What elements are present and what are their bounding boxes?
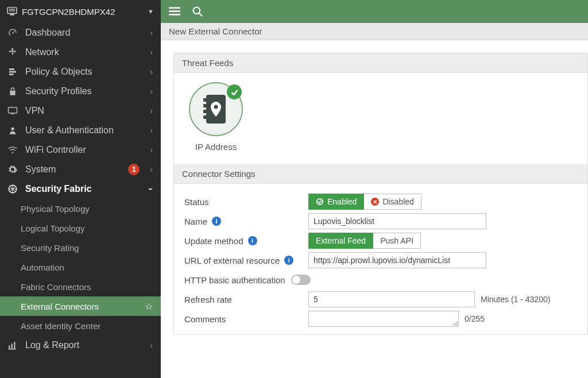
section-threat-feeds-header: Threat Feeds bbox=[174, 53, 587, 73]
page-title: New External Connector bbox=[169, 26, 262, 36]
nav-dashboard[interactable]: Dashboard › bbox=[0, 23, 161, 43]
refresh-rate-label: Refresh rate bbox=[184, 295, 232, 304]
top-bar bbox=[161, 0, 588, 23]
section-connector-settings-body: Status Enabled ✕ Disabled bbox=[174, 184, 587, 334]
http-basic-auth-label: HTTP basic authentication bbox=[184, 275, 285, 285]
caret-down-icon: ▼ bbox=[148, 8, 154, 15]
favorite-star-icon[interactable]: ☆ bbox=[145, 301, 153, 312]
user-icon bbox=[7, 125, 18, 136]
chevron-right-icon: › bbox=[150, 28, 153, 37]
nav-system[interactable]: System 1 › bbox=[0, 160, 161, 179]
svg-rect-2 bbox=[9, 10, 16, 11]
svg-point-16 bbox=[194, 7, 200, 14]
svg-rect-1 bbox=[9, 9, 16, 10]
svg-rect-9 bbox=[9, 345, 10, 349]
nav-automation[interactable]: Automation bbox=[0, 257, 161, 277]
nav-policy-objects[interactable]: Policy & Objects › bbox=[0, 62, 161, 82]
nav-network[interactable]: Network › bbox=[0, 43, 161, 62]
svg-rect-5 bbox=[11, 114, 14, 115]
comments-input[interactable] bbox=[308, 311, 459, 327]
status-label: Status bbox=[184, 197, 209, 207]
svg-rect-10 bbox=[11, 344, 13, 349]
chevron-right-icon: › bbox=[150, 341, 153, 350]
check-icon bbox=[227, 84, 242, 99]
nav-wifi[interactable]: WiFi Controller › bbox=[0, 140, 161, 160]
gauge-icon bbox=[7, 28, 18, 38]
system-badge: 1 bbox=[128, 164, 140, 175]
url-label: URL of external resource bbox=[184, 256, 280, 265]
nav-log-report[interactable]: Log & Report › bbox=[0, 335, 161, 355]
sidebar: FGTGCPN2BHDMPX42 ▼ Dashboard › Network ›… bbox=[0, 0, 161, 378]
update-method-segmented: External Feed Push API bbox=[308, 233, 421, 249]
form-panel: Threat Feeds IP Address Connector Settin… bbox=[173, 53, 588, 335]
status-enabled-button[interactable]: Enabled bbox=[308, 194, 364, 210]
url-input[interactable] bbox=[308, 252, 486, 268]
name-label: Name bbox=[184, 217, 207, 226]
nav-physical-topology[interactable]: Physical Topology bbox=[0, 199, 161, 218]
chevron-right-icon: › bbox=[150, 145, 153, 155]
status-segmented: Enabled ✕ Disabled bbox=[308, 194, 421, 210]
comments-label: Comments bbox=[184, 314, 226, 324]
chevron-right-icon: › bbox=[150, 126, 153, 135]
info-icon[interactable]: i bbox=[284, 256, 293, 265]
arrows-icon bbox=[7, 47, 18, 57]
update-push-api-button[interactable]: Push API bbox=[373, 233, 421, 249]
connector-type-ip-address[interactable]: IP Address bbox=[184, 82, 247, 152]
chart-icon bbox=[7, 341, 18, 350]
nav-security-fabric[interactable]: Security Fabric › bbox=[0, 179, 161, 199]
nav-security-rating[interactable]: Security Rating bbox=[0, 238, 161, 257]
chevron-right-icon: › bbox=[150, 87, 153, 96]
info-icon[interactable]: i bbox=[212, 217, 221, 226]
svg-rect-13 bbox=[169, 7, 180, 9]
breadcrumb: New External Connector bbox=[161, 23, 588, 40]
info-icon[interactable]: i bbox=[248, 236, 257, 245]
svg-point-6 bbox=[11, 128, 14, 130]
monitor-icon bbox=[7, 106, 18, 115]
search-icon[interactable] bbox=[192, 6, 203, 17]
svg-point-23 bbox=[214, 105, 218, 109]
svg-point-24 bbox=[317, 199, 323, 205]
chevron-right-icon: › bbox=[150, 48, 153, 57]
svg-rect-21 bbox=[203, 110, 207, 113]
fabric-icon bbox=[7, 184, 18, 194]
x-circle-icon: ✕ bbox=[371, 198, 379, 206]
comments-counter: 0/255 bbox=[465, 314, 485, 323]
wifi-icon bbox=[7, 146, 18, 154]
nav-logical-topology[interactable]: Logical Topology bbox=[0, 218, 161, 238]
svg-rect-12 bbox=[9, 349, 17, 350]
update-external-feed-button[interactable]: External Feed bbox=[308, 233, 373, 249]
nav-fabric-connectors[interactable]: Fabric Connectors bbox=[0, 277, 161, 296]
policy-icon bbox=[7, 67, 18, 77]
refresh-rate-hint: Minutes (1 - 43200) bbox=[481, 295, 550, 304]
refresh-rate-input[interactable] bbox=[308, 291, 475, 307]
svg-rect-14 bbox=[169, 10, 180, 11]
main-area: New External Connector Threat Feeds IP A… bbox=[161, 0, 588, 378]
status-disabled-button[interactable]: ✕ Disabled bbox=[364, 194, 421, 210]
device-selector[interactable]: FGTGCPN2BHDMPX42 ▼ bbox=[0, 0, 161, 23]
device-name: FGTGCPN2BHDMPX42 bbox=[22, 7, 115, 17]
svg-rect-4 bbox=[9, 107, 17, 113]
chevron-right-icon: › bbox=[150, 106, 153, 115]
svg-rect-22 bbox=[203, 115, 207, 119]
ip-address-tile-icon bbox=[189, 82, 243, 136]
chevron-right-icon: › bbox=[150, 67, 153, 76]
svg-rect-0 bbox=[7, 7, 17, 14]
nav-vpn[interactable]: VPN › bbox=[0, 101, 161, 121]
svg-rect-15 bbox=[169, 14, 180, 16]
http-basic-auth-toggle[interactable] bbox=[291, 275, 311, 285]
nav-asset-identity-center[interactable]: Asset Identity Center bbox=[0, 316, 161, 335]
svg-line-17 bbox=[199, 13, 203, 17]
menu-toggle-icon[interactable] bbox=[169, 7, 180, 16]
device-icon bbox=[7, 7, 17, 16]
nav-security-profiles[interactable]: Security Profiles › bbox=[0, 82, 161, 101]
name-input[interactable] bbox=[308, 213, 486, 229]
content-scroll[interactable]: Threat Feeds IP Address Connector Settin… bbox=[161, 40, 588, 378]
lock-icon bbox=[7, 86, 18, 97]
svg-rect-20 bbox=[203, 104, 207, 107]
nav-user-auth[interactable]: User & Authentication › bbox=[0, 121, 161, 140]
svg-rect-19 bbox=[203, 98, 207, 102]
tile-label: IP Address bbox=[184, 142, 247, 152]
update-method-label: Update method bbox=[184, 236, 243, 246]
section-connector-settings-header: Connector Settings bbox=[174, 164, 587, 184]
nav-external-connectors[interactable]: External Connectors ☆ bbox=[0, 296, 161, 316]
